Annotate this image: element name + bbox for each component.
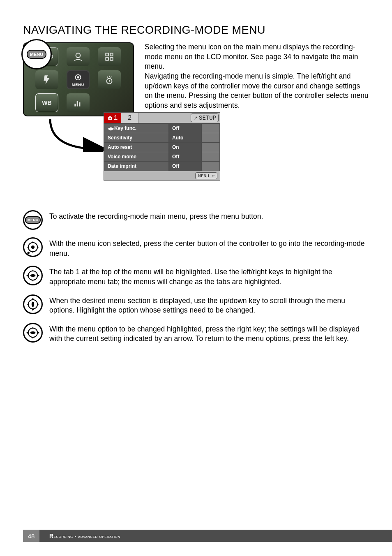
controller-right-key-icon bbox=[23, 323, 43, 343]
menu-tab-setup[interactable]: SETUP bbox=[191, 114, 219, 122]
section-title: Recording - advanced operation bbox=[49, 533, 120, 539]
svg-point-0 bbox=[76, 53, 81, 58]
menu-row-value: Off bbox=[169, 152, 202, 162]
step-1-text: To activate the recording-mode main menu… bbox=[49, 210, 263, 222]
menu-icon: MENU bbox=[67, 70, 90, 89]
menu-row-blank bbox=[202, 124, 220, 133]
svg-rect-1 bbox=[106, 53, 108, 56]
svg-point-15 bbox=[30, 274, 36, 277]
step-4-text: When the desired menu section is display… bbox=[49, 294, 369, 315]
page-number: 48 bbox=[28, 533, 35, 540]
menu-row-label: Sensitivity bbox=[104, 133, 169, 143]
menu-callout: MENU bbox=[21, 39, 52, 70]
recording-mode-menu-lcd: 1 2 SETUP Key func. Off Sensitivity Auto bbox=[104, 112, 220, 181]
wb-icon: WB bbox=[35, 93, 58, 112]
menu-button-icon: MENU bbox=[23, 210, 43, 230]
page-footer: 48 Recording - advanced operation bbox=[23, 530, 392, 542]
controller-left-right-icon bbox=[23, 266, 43, 285]
svg-rect-4 bbox=[110, 58, 113, 60]
menu-row-label: Voice mome bbox=[104, 152, 169, 162]
svg-point-17 bbox=[32, 301, 34, 307]
step-3-text: The tab 1 at the top of the menu will be… bbox=[49, 266, 369, 287]
menu-row[interactable]: Key func. Off bbox=[104, 124, 220, 133]
svg-rect-3 bbox=[106, 58, 108, 60]
menu-callout-label: MENU bbox=[27, 50, 46, 59]
histogram-icon bbox=[67, 93, 90, 112]
menu-row[interactable]: Date imprint Off bbox=[104, 162, 220, 171]
menu-row-label: Auto reset bbox=[104, 143, 169, 152]
menu-tab-1[interactable]: 1 bbox=[104, 113, 121, 123]
arrow-icon bbox=[47, 117, 113, 152]
menu-row[interactable]: Voice mome Off bbox=[104, 152, 220, 162]
svg-point-11 bbox=[109, 117, 111, 119]
camera-icon bbox=[107, 115, 113, 121]
tab-setup-label: SETUP bbox=[199, 115, 216, 121]
menu-icon-label: MENU bbox=[72, 83, 85, 87]
menu-row-value: Auto bbox=[169, 133, 202, 143]
svg-rect-2 bbox=[110, 53, 113, 56]
menu-row-blank bbox=[202, 143, 220, 152]
menu-row-value: Off bbox=[169, 124, 202, 133]
step-2-text: With the menu icon selected, press the c… bbox=[49, 237, 369, 258]
menu-row[interactable]: Sensitivity Auto bbox=[104, 133, 220, 143]
svg-point-19 bbox=[30, 331, 36, 334]
intro-text: Selecting the menu icon on the main menu… bbox=[145, 42, 369, 110]
menu-row-blank bbox=[202, 133, 220, 143]
menu-row-label: Date imprint bbox=[104, 162, 169, 171]
menu-row-value: Off bbox=[169, 162, 202, 171]
svg-rect-8 bbox=[74, 104, 76, 106]
menu-row-blank bbox=[202, 152, 220, 162]
face-icon bbox=[67, 47, 90, 66]
menu-row-label: Key func. bbox=[104, 124, 169, 133]
menu-table: Key func. Off Sensitivity Auto Auto rese… bbox=[104, 123, 220, 171]
controller-up-down-icon bbox=[23, 294, 43, 314]
svg-point-6 bbox=[77, 76, 79, 78]
menu-button-label: MENU bbox=[25, 216, 41, 224]
svg-point-13 bbox=[31, 246, 35, 249]
tab-1-label: 1 bbox=[114, 114, 118, 122]
menu-row[interactable]: Auto reset On bbox=[104, 143, 220, 152]
wrench-icon bbox=[193, 116, 198, 120]
step-5-text: With the menu option to be changed highl… bbox=[49, 323, 369, 344]
intro-para-1: Selecting the menu icon on the main menu… bbox=[145, 42, 369, 72]
menu-row-blank bbox=[202, 162, 220, 171]
svg-rect-9 bbox=[77, 101, 78, 107]
page-title: NAVIGATING THE RECORDING-MODE MENU bbox=[23, 24, 369, 37]
flash-icon bbox=[35, 70, 58, 89]
menu-back-indicator: MENU ↩ bbox=[195, 172, 217, 179]
grid-icon bbox=[98, 47, 121, 66]
controller-center-press-icon bbox=[23, 237, 43, 257]
svg-rect-10 bbox=[79, 102, 80, 107]
intro-para-2: Navigating the recording-mode menu is si… bbox=[145, 72, 369, 111]
menu-tab-2[interactable]: 2 bbox=[121, 113, 138, 123]
self-timer-icon bbox=[98, 70, 121, 89]
menu-row-value: On bbox=[169, 143, 202, 152]
